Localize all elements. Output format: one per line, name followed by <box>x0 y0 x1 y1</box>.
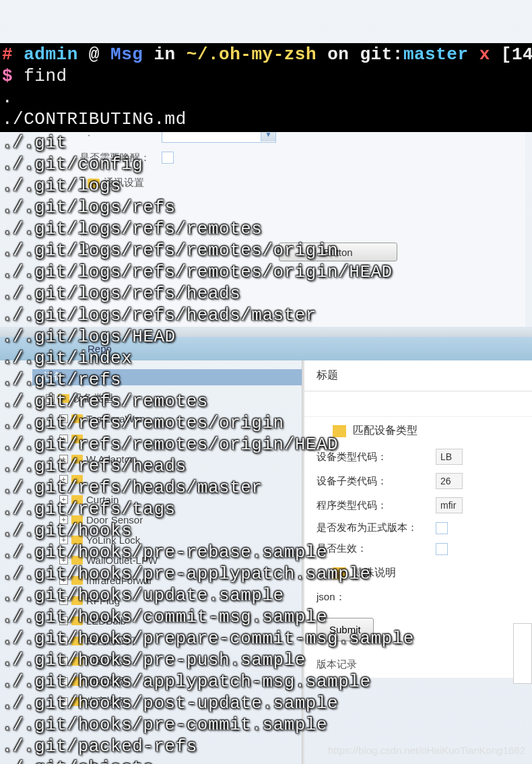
out-28: ./.git/hooks/post-update.sample <box>2 693 338 713</box>
out-0: . <box>2 88 13 108</box>
terminal-overlay[interactable]: # admin @ Msg in ~/.oh-my-zsh on git:mas… <box>0 0 532 764</box>
out-27: ./.git/hooks/applypatch-msg.sample <box>2 672 371 692</box>
out-11: ./.git/logs/HEAD <box>2 327 176 347</box>
prompt-host: Msg <box>110 44 143 65</box>
out-6: ./.git/logs/refs/remotes <box>2 219 262 239</box>
watermark: https://blog.csdn.net/oHaiKuoTianKong168… <box>328 744 525 756</box>
out-16: ./.git/refs/remotes/origin/HEAD <box>2 435 338 455</box>
prompt-git: git: <box>360 44 403 65</box>
out-19: ./.git/refs/tags <box>2 499 176 519</box>
out-25: ./.git/hooks/prepare-commit-msg.sample <box>2 629 414 649</box>
out-3: ./.git/config <box>2 154 143 174</box>
prompt-user: admin <box>24 44 78 65</box>
out-13: ./.git/refs <box>2 370 121 390</box>
prompt-x: x <box>479 44 490 65</box>
out-18: ./.git/refs/heads/master <box>2 478 262 498</box>
out-9: ./.git/logs/refs/heads <box>2 284 240 304</box>
command-text: find <box>24 66 67 86</box>
out-15: ./.git/refs/remotes/origin <box>2 413 284 433</box>
out-5: ./.git/logs/refs <box>2 197 176 218</box>
prompt-time: [14:15:46] <box>501 44 532 65</box>
out-26: ./.git/hooks/pre-push.sample <box>2 650 306 670</box>
out-1: ./CONTRIBUTING.md <box>2 109 187 129</box>
prompt-branch: master <box>403 44 469 65</box>
out-24: ./.git/hooks/commit-msg.sample <box>2 607 327 627</box>
out-14: ./.git/refs/remotes <box>2 391 208 412</box>
prompt-hash: # <box>2 44 13 65</box>
out-23: ./.git/hooks/update.sample <box>2 585 284 606</box>
terminal-solid: # admin @ Msg in ~/.oh-my-zsh on git:mas… <box>0 43 532 132</box>
out-12: ./.git/index <box>2 348 132 369</box>
out-21: ./.git/hooks/pre-rebase.sample <box>2 542 327 563</box>
prompt-path: ~/.oh-my-zsh <box>187 44 317 65</box>
out-8: ./.git/logs/refs/remotes/origin/HEAD <box>2 262 393 282</box>
out-22: ./.git/hooks/pre-applypatch.sample <box>2 564 371 584</box>
out-30: ./.git/packed-refs <box>2 736 197 757</box>
prompt-on: on <box>327 44 349 65</box>
out-31: ./.git/objects <box>2 758 154 764</box>
prompt-at: @ <box>89 44 100 65</box>
out-20: ./.git/hooks <box>2 521 132 541</box>
out-29: ./.git/hooks/pre-commit.sample <box>2 715 327 735</box>
prompt-in: in <box>154 44 175 65</box>
out-17: ./.git/refs/heads <box>2 456 187 476</box>
prompt-dollar: $ <box>2 66 13 86</box>
out-2: ./.git <box>2 133 67 153</box>
terminal-transparent: ./.git ./.git/config ./.git/logs ./.git/… <box>0 132 532 764</box>
out-10: ./.git/logs/refs/heads/master <box>2 305 317 325</box>
out-7: ./.git/logs/refs/remotes/origin <box>2 241 338 261</box>
out-4: ./.git/logs <box>2 176 121 196</box>
